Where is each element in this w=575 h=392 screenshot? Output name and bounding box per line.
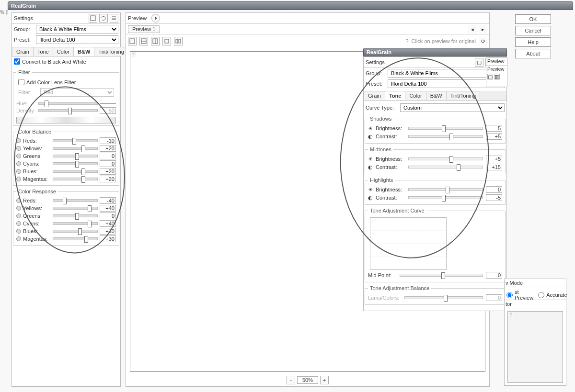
channel-slider[interactable] — [53, 178, 98, 180]
preset-select[interactable]: Ilford Delta 100 — [36, 35, 118, 44]
svg-rect-8 — [179, 39, 181, 43]
curve-type-select[interactable]: Custom — [400, 103, 505, 112]
channel-slider[interactable] — [53, 207, 98, 210]
channel-value: +20 — [100, 168, 116, 175]
compare-icon[interactable] — [174, 37, 183, 45]
zoom-out-icon[interactable]: - — [287, 376, 295, 384]
midpoint-value: 0 — [486, 272, 502, 279]
settings-header: Settings — [14, 15, 33, 21]
channel-slider[interactable] — [53, 170, 98, 173]
midtones-contrast-slider[interactable] — [408, 166, 483, 168]
filter-legend: Filter — [16, 69, 32, 75]
midtones-contrast-value: +15 — [486, 164, 502, 170]
nested-save-icon[interactable]: ▢ — [475, 58, 483, 67]
tab-tone[interactable]: Tone — [33, 47, 53, 56]
add-lens-checkbox[interactable] — [18, 79, 24, 85]
channel-dot — [16, 198, 21, 203]
ntab-grain[interactable]: Grain — [364, 91, 385, 100]
accurate-label: Accurate — [546, 292, 567, 298]
view-single-icon[interactable] — [128, 37, 137, 45]
about-button[interactable]: About — [515, 49, 551, 58]
channel-value: +20 — [100, 176, 116, 182]
help-icon[interactable]: ? — [405, 38, 408, 44]
channel-label: Blues: — [23, 228, 51, 234]
help-button[interactable]: Help — [515, 37, 551, 47]
filter-gradient — [16, 117, 116, 123]
density-slider — [38, 109, 98, 112]
convert-bw-checkbox[interactable] — [14, 58, 20, 65]
contrast-icon: ◐ — [368, 134, 373, 140]
midpoint-slider[interactable] — [400, 274, 483, 277]
nested-view-single-icon[interactable]: ▢ — [487, 74, 493, 79]
nested-titlebar: RealGrain — [363, 48, 507, 56]
color-balance-legend: Color Balance — [16, 129, 53, 134]
channel-slider[interactable] — [53, 214, 98, 217]
highlights-brightness-slider[interactable] — [408, 188, 483, 191]
channel-dot — [16, 206, 21, 211]
channel-slider[interactable] — [53, 139, 98, 142]
ok-button[interactable]: OK — [515, 14, 551, 24]
svg-rect-6 — [165, 39, 169, 43]
next-icon[interactable]: ▸ — [479, 25, 487, 34]
channel-slider[interactable] — [53, 162, 98, 165]
channel-slider[interactable] — [53, 230, 98, 233]
hue-value — [100, 103, 116, 104]
prev-icon[interactable]: ◂ — [468, 25, 477, 34]
channel-dot — [16, 146, 21, 151]
highlights-contrast-slider[interactable] — [408, 196, 483, 199]
tab-color[interactable]: Color — [53, 47, 74, 56]
channel-value: 0 — [100, 160, 116, 167]
left-settings-panel: Settings Group: Black & White Films Pres… — [12, 12, 121, 387]
reset-icon[interactable] — [99, 14, 108, 22]
group-select[interactable]: Black & White Films — [36, 25, 118, 34]
svg-rect-0 — [91, 16, 95, 21]
nested-view-split-icon[interactable]: ▥ — [494, 74, 500, 79]
channel-slider[interactable] — [53, 237, 98, 240]
channel-dot — [16, 169, 21, 174]
midtones-brightness-slider[interactable] — [408, 157, 483, 160]
sun-icon: ☀ — [368, 156, 373, 162]
save-icon[interactable] — [89, 14, 97, 22]
tab-grain[interactable]: Grain — [12, 47, 34, 56]
shadows-brightness-value: -5 — [486, 125, 502, 132]
preview-tab[interactable]: Preview 1 — [128, 25, 160, 33]
shadows-brightness-slider[interactable] — [408, 127, 483, 130]
shadows-fieldset: Shadows ☀Brightness:-5 ◐Contrast:+5 — [365, 116, 506, 144]
ntab-tint[interactable]: Tint/Toning — [446, 91, 480, 100]
channel-slider[interactable] — [53, 155, 98, 157]
density-label: Density — [16, 108, 36, 113]
new-window-icon[interactable] — [162, 37, 171, 45]
view-split-h-icon[interactable] — [139, 37, 148, 45]
channel-slider[interactable] — [53, 222, 98, 225]
svg-rect-1 — [130, 39, 135, 44]
ntab-color[interactable]: Color — [405, 91, 426, 100]
channel-value: 0 — [100, 213, 116, 219]
highlights-fieldset: Highlights ☀Brightness:0 ◐Contrast:-5 — [365, 177, 506, 205]
ntab-tone[interactable]: Tone — [385, 91, 405, 100]
hue-slider — [38, 102, 98, 105]
menu-icon[interactable] — [110, 14, 118, 22]
nested-preview-header: Preview — [486, 58, 507, 66]
shadows-contrast-value: +5 — [486, 133, 502, 140]
tone-curve[interactable] — [370, 217, 447, 270]
channel-slider[interactable] — [53, 147, 98, 150]
channel-label: Reds: — [23, 198, 51, 203]
navigator-thumb[interactable] — [507, 311, 563, 383]
play-icon[interactable] — [151, 14, 160, 22]
accurate-radio[interactable] — [538, 292, 544, 298]
ntab-bw[interactable]: B&W — [426, 91, 447, 100]
color-response-fieldset: Color Response Reds: -40 Yellows: +40 Gr… — [13, 189, 119, 246]
channel-slider[interactable] — [53, 199, 98, 202]
shadows-contrast-slider[interactable] — [408, 135, 483, 138]
view-split-v-icon[interactable] — [151, 37, 160, 45]
fast-preview-radio[interactable] — [506, 292, 513, 298]
midtones-fieldset: Midtones ☀Brightness:+5 ◐Contrast:+15 — [365, 146, 506, 174]
tab-bw[interactable]: B&W — [73, 47, 94, 56]
zoom-in-icon[interactable]: + — [320, 376, 329, 384]
cancel-button[interactable]: Cancel — [515, 26, 551, 35]
tab-tint[interactable]: Tint/Toning — [94, 47, 128, 56]
channel-label: Yellows: — [23, 205, 51, 211]
channel-value: -40 — [100, 197, 116, 204]
nested-preview-tab[interactable]: Preview — [486, 66, 507, 73]
channel-value: 0 — [100, 153, 116, 159]
